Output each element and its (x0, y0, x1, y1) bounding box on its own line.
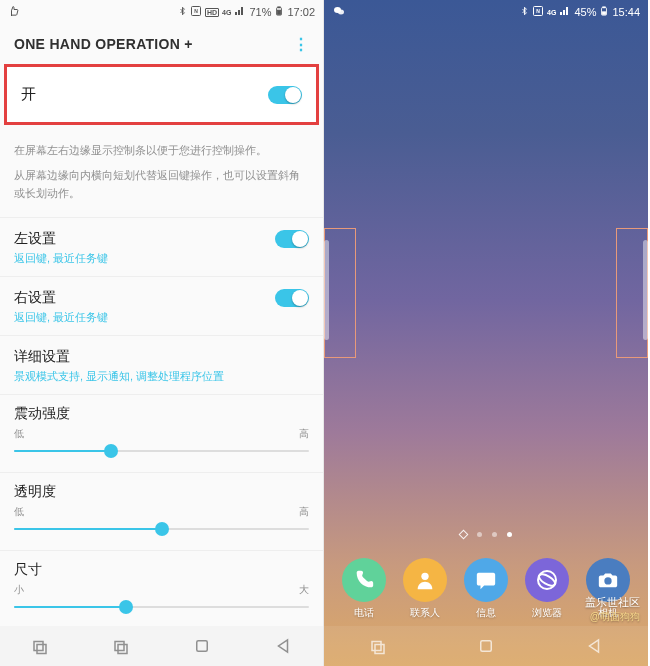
svg-rect-21 (372, 642, 381, 651)
svg-rect-3 (278, 7, 281, 8)
left-setting-row[interactable]: 左设置 返回键, 最近任务键 (0, 217, 323, 276)
status-bar: N HD 4G 71% 17:02 (0, 0, 323, 24)
wechat-icon (332, 5, 346, 19)
contact-icon (403, 558, 447, 602)
svg-point-20 (604, 577, 611, 584)
master-toggle-row[interactable]: 开 (7, 67, 316, 122)
transparency-label: 透明度 (14, 483, 309, 501)
battery-text: 45% (574, 6, 596, 18)
home-screen: N 4G 45% 15:44 电话 联系人 (324, 0, 648, 666)
description: 在屏幕左右边缘显示控制条以便于您进行控制操作。 从屏幕边缘向内横向短划代替返回键… (0, 131, 323, 217)
recents-button[interactable] (366, 634, 390, 658)
size-high: 大 (299, 583, 309, 597)
lte-icon: 4G (547, 9, 556, 16)
bluetooth-icon (520, 5, 529, 19)
svg-text:N: N (194, 8, 198, 14)
size-slider-row: 尺寸 小 大 (0, 550, 323, 628)
size-label: 尺寸 (14, 561, 309, 579)
nfc-icon: N (532, 5, 544, 19)
left-edge-handle[interactable] (324, 240, 329, 340)
vibration-high: 高 (299, 427, 309, 441)
status-bar-right: N 4G 45% 15:44 (324, 0, 648, 24)
svg-text:N: N (536, 8, 540, 14)
vibration-label: 震动强度 (14, 405, 309, 423)
back-button[interactable] (582, 634, 606, 658)
svg-rect-16 (603, 12, 606, 14)
svg-rect-9 (197, 641, 208, 652)
app-contacts[interactable]: 联系人 (403, 558, 447, 620)
bluetooth-icon (178, 5, 187, 19)
svg-rect-6 (37, 645, 46, 654)
pager-dot[interactable] (477, 532, 482, 537)
nfc-icon: N (190, 5, 202, 19)
pager-home-icon[interactable] (459, 530, 469, 540)
highlight-master-toggle: 开 (4, 64, 319, 125)
left-setting-label: 左设置 (14, 230, 56, 248)
svg-point-11 (338, 10, 344, 15)
svg-rect-22 (375, 645, 384, 654)
time-text: 17:02 (287, 6, 315, 18)
transparency-high: 高 (299, 505, 309, 519)
page-title: ONE HAND OPERATION + (14, 36, 193, 52)
back-button[interactable] (271, 634, 295, 658)
nav-bar-right (324, 626, 648, 666)
svg-rect-4 (278, 10, 281, 14)
description-line1: 在屏幕左右边缘显示控制条以便于您进行控制操作。 (14, 141, 309, 160)
app-messages[interactable]: 信息 (464, 558, 508, 620)
nav-bar-left (0, 626, 323, 666)
menu-icon[interactable]: ⋮ (293, 35, 309, 54)
battery-icon (599, 4, 609, 20)
svg-point-17 (422, 573, 429, 580)
left-setting-sub: 返回键, 最近任务键 (14, 251, 309, 266)
svg-rect-23 (481, 641, 492, 652)
signal-icon (559, 5, 571, 19)
svg-rect-15 (603, 7, 606, 8)
time-text: 15:44 (612, 6, 640, 18)
browser-icon (525, 558, 569, 602)
hd-icon: HD (205, 8, 219, 17)
detail-setting-label: 详细设置 (14, 348, 309, 366)
recents-button[interactable] (28, 634, 52, 658)
lte-icon: 4G (222, 9, 231, 16)
watermark: 盖乐世社区 @萌面狗狗 (585, 595, 640, 624)
vibration-slider[interactable] (14, 442, 309, 460)
transparency-slider[interactable] (14, 520, 309, 538)
battery-icon (274, 4, 284, 20)
svg-rect-7 (115, 642, 124, 651)
left-setting-toggle[interactable] (275, 230, 309, 248)
watermark-sub: @萌面狗狗 (585, 610, 640, 624)
app-label: 电话 (354, 606, 374, 620)
right-setting-toggle[interactable] (275, 289, 309, 307)
home-button[interactable] (474, 634, 498, 658)
home-button[interactable] (190, 634, 214, 658)
detail-setting-sub: 景观模式支持, 显示通知, 调整处理程序位置 (14, 369, 309, 384)
app-header: ONE HAND OPERATION + ⋮ (0, 24, 323, 64)
size-low: 小 (14, 583, 24, 597)
right-setting-row[interactable]: 右设置 返回键, 最近任务键 (0, 276, 323, 335)
phone-icon (342, 558, 386, 602)
svg-rect-8 (118, 645, 127, 654)
pager-dot[interactable] (492, 532, 497, 537)
watermark-title: 盖乐世社区 (585, 595, 640, 610)
app-browser[interactable]: 浏览器 (525, 558, 569, 620)
pager-dot-active[interactable] (507, 532, 512, 537)
app-label: 联系人 (410, 606, 440, 620)
transparency-low: 低 (14, 505, 24, 519)
master-toggle-label: 开 (21, 85, 36, 104)
settings-screen: N HD 4G 71% 17:02 ONE HAND OPERATION + ⋮… (0, 0, 324, 666)
svg-rect-5 (34, 642, 43, 651)
transparency-slider-row: 透明度 低 高 (0, 472, 323, 550)
app-phone[interactable]: 电话 (342, 558, 386, 620)
signal-icon (234, 5, 246, 19)
right-edge-handle[interactable] (643, 240, 648, 340)
detail-setting-row[interactable]: 详细设置 景观模式支持, 显示通知, 调整处理程序位置 (0, 335, 323, 394)
thumbs-up-icon (8, 5, 20, 19)
app-label: 信息 (476, 606, 496, 620)
battery-text: 71% (249, 6, 271, 18)
description-line2: 从屏幕边缘向内横向短划代替返回键操作，也可以设置斜角或长划动作。 (14, 166, 309, 203)
pager (324, 532, 648, 538)
recents-button-2[interactable] (109, 634, 133, 658)
size-slider[interactable] (14, 598, 309, 616)
master-toggle-switch[interactable] (268, 86, 302, 104)
vibration-low: 低 (14, 427, 24, 441)
